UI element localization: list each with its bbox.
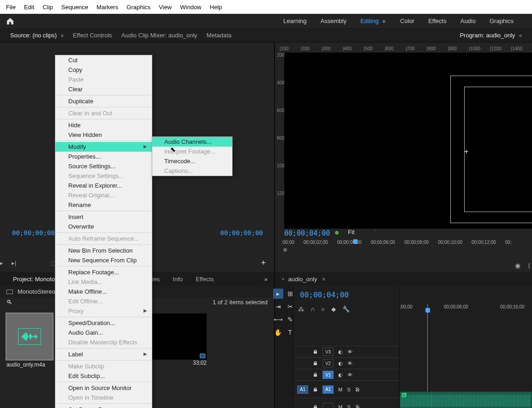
menu-item-open-in-source-monitor[interactable]: Open in Source Monitor — [55, 383, 152, 393]
sequence-name[interactable]: audio_only — [288, 276, 317, 283]
timeline-timecode[interactable]: 00;00;04;00 — [293, 286, 399, 304]
timeline-tracks-area[interactable]: ;00;0000;00;08;0000;00;16;00 fx — [400, 286, 532, 408]
home-icon[interactable] — [4, 15, 17, 28]
eye-icon[interactable]: 👁 — [347, 372, 353, 378]
close-icon[interactable]: × — [281, 276, 284, 282]
lock-icon[interactable]: 🔒︎ — [313, 349, 318, 355]
mute-button[interactable]: M — [338, 387, 342, 392]
lock-icon[interactable]: 🔒︎ — [313, 404, 318, 408]
snap-icon[interactable]: ∩ — [311, 306, 315, 313]
voiceover-icon[interactable]: 🎤︎ — [355, 387, 360, 392]
menu-item-speed-duration[interactable]: Speed/Duration... — [55, 318, 152, 328]
lock-icon[interactable]: 🔒︎ — [313, 387, 318, 392]
clip-fx-badge-icon[interactable]: fx — [401, 392, 407, 398]
menu-item-rename[interactable]: Rename — [55, 200, 152, 210]
menu-item-overwrite[interactable]: Overwrite — [55, 222, 152, 231]
project-item-audio[interactable]: audio_only.m4a — [6, 313, 53, 368]
tab-source[interactable]: Source: (no clips) ≡ — [6, 29, 68, 41]
menu-item-reveal-in-explorer[interactable]: Reveal in Explorer... — [55, 181, 152, 190]
program-view[interactable]: + — [284, 53, 532, 229]
overflow-icon[interactable]: » — [264, 276, 268, 283]
eye-icon[interactable]: 👁 — [347, 349, 353, 355]
workspace-assembly[interactable]: Assembly — [320, 15, 347, 27]
menu-item-clear[interactable]: Clear — [55, 84, 152, 94]
tab-effect-controls[interactable]: Effect Controls — [68, 29, 117, 41]
project-item-sequence[interactable]: 33;02 — [151, 313, 207, 368]
safe-margin-icon[interactable]: ⟨ — [528, 262, 530, 269]
solo-button[interactable]: S — [347, 387, 350, 392]
menu-window[interactable]: Window — [176, 1, 205, 13]
hand-tool-icon[interactable]: ✋ — [273, 327, 283, 337]
source-in-timecode[interactable]: 00;00;00;00 — [12, 229, 55, 237]
sequence-thumbnail[interactable] — [151, 313, 207, 360]
settings-icon[interactable]: 🔧 — [342, 306, 350, 313]
workspace-effects[interactable]: Effects — [427, 15, 448, 27]
menu-item-source-settings[interactable]: Source Settings... — [55, 161, 152, 171]
lock-icon[interactable]: 🔒︎ — [313, 372, 318, 378]
panel-menu-icon[interactable]: ≡ — [320, 277, 325, 282]
workspace-menu-icon[interactable]: ≡ — [382, 16, 386, 27]
selection-tool-icon[interactable]: ▸ — [273, 289, 283, 299]
workspace-learning[interactable]: Learning — [282, 15, 308, 27]
tab-audio-clip-mixer[interactable]: Audio Clip Mixer: audio_only — [117, 29, 202, 41]
workspace-editing[interactable]: Editing≡ — [359, 15, 387, 27]
track-header-v3[interactable]: 🔒︎V3◐👁 — [293, 346, 399, 357]
program-timecode[interactable]: 00;00;04;00 — [284, 229, 330, 237]
track-header-a2[interactable]: 🔒︎MS🎤︎ — [293, 398, 399, 408]
menu-item-hide[interactable]: Hide — [55, 120, 152, 130]
menu-item-duplicate[interactable]: Duplicate — [55, 96, 152, 106]
menu-item-cut[interactable]: Cut — [55, 55, 152, 65]
menu-graphics[interactable]: Graphics — [122, 1, 155, 13]
menu-item-insert[interactable]: Insert — [55, 212, 152, 222]
menu-item-view-hidden[interactable]: View Hidden — [55, 130, 152, 140]
menu-item-modify[interactable]: Modify▶ — [55, 142, 152, 152]
clip-thumbnail[interactable] — [6, 313, 53, 360]
tab-info[interactable]: Info — [166, 273, 189, 285]
program-playhead[interactable] — [353, 239, 358, 244]
marker-icon[interactable]: ◆ — [331, 306, 336, 313]
button-editor-icon[interactable]: + — [261, 258, 266, 268]
menu-help[interactable]: Help — [206, 1, 227, 13]
menu-item-copy[interactable]: Copy — [55, 65, 152, 75]
menu-markers[interactable]: Markers — [92, 1, 122, 13]
toggle-output-icon[interactable]: ◐ — [338, 372, 343, 378]
nest-icon[interactable]: ⁂ — [298, 306, 304, 313]
menu-edit[interactable]: Edit — [20, 1, 38, 13]
menu-item-audio-gain[interactable]: Audio Gain... — [55, 328, 152, 337]
toggle-output-icon[interactable]: ◐ — [338, 349, 343, 355]
menu-view[interactable]: View — [155, 1, 176, 13]
mark-out-icon[interactable]: ▸| — [12, 260, 16, 266]
tab-metadata[interactable]: Metadata — [202, 29, 236, 41]
menu-item-set-poster-frame[interactable]: Set Poster Frame — [55, 405, 152, 408]
panel-menu-icon[interactable]: ≡ — [60, 33, 64, 38]
menu-item-new-sequence-from-clip[interactable]: New Sequence From Clip — [55, 255, 152, 265]
audio-clip[interactable] — [400, 391, 532, 408]
menu-item-new-bin-from-selection[interactable]: New Bin From Selection — [55, 246, 152, 255]
tab-program[interactable]: Program: audio_only ≡ — [455, 29, 526, 41]
menu-clip[interactable]: Clip — [38, 1, 57, 13]
search-icon[interactable]: 🔍︎ — [6, 299, 12, 306]
menu-sequence[interactable]: Sequence — [57, 1, 93, 13]
workspace-graphics[interactable]: Graphics — [489, 15, 514, 27]
menu-item-make-offline[interactable]: Make Offline... — [55, 287, 152, 296]
bin-icon[interactable] — [6, 290, 13, 294]
timeline-ruler[interactable]: ;00;0000;00;08;0000;00;16;00 — [400, 304, 532, 313]
workspace-color[interactable]: Color — [399, 15, 415, 27]
ripple-tool-icon[interactable]: ⇥ — [273, 302, 283, 312]
mute-button[interactable]: M — [338, 404, 342, 408]
track-label[interactable]: A1 — [323, 385, 334, 394]
track-label[interactable]: V1 — [323, 371, 334, 379]
zoom-select[interactable]: Fitˇ — [348, 229, 376, 236]
eye-icon[interactable]: 👁 — [347, 361, 353, 366]
solo-button[interactable]: S — [347, 404, 350, 408]
menu-item-audio-channels[interactable]: Audio Channels... — [152, 137, 232, 147]
track-header-v1[interactable]: 🔒︎V1◐👁 — [293, 369, 399, 380]
menu-item-timecode[interactable]: Timecode... — [152, 156, 232, 166]
panel-menu-icon[interactable]: ≡ — [518, 33, 522, 38]
toggle-output-icon[interactable]: ◐ — [338, 361, 343, 367]
track-label[interactable]: V2 — [323, 359, 334, 367]
lock-icon[interactable]: 🔒︎ — [313, 361, 318, 366]
source-out-timecode[interactable]: 00;00;00;00 — [220, 229, 263, 237]
slip-tool-icon[interactable]: ⟷ — [273, 314, 283, 325]
tab-effects[interactable]: Effects — [189, 273, 221, 285]
